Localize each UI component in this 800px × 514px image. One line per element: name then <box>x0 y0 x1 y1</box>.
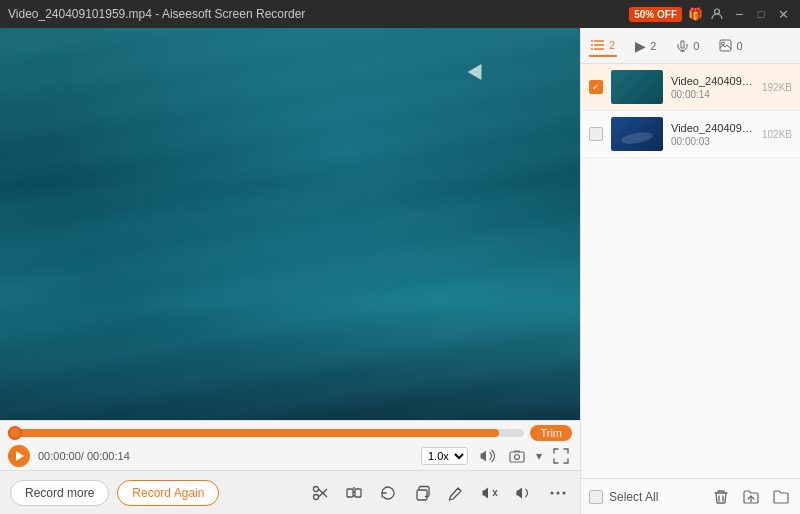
item-meta-2: 00:00:03 <box>671 136 754 147</box>
svg-rect-8 <box>355 489 361 497</box>
image-tab-count: 0 <box>736 40 742 52</box>
audio-tab-count: 0 <box>693 40 699 52</box>
image-tab-icon <box>719 39 732 52</box>
svg-point-3 <box>314 486 319 491</box>
title-bar: Video_240409101959.mp4 - Aiseesoft Scree… <box>0 0 800 28</box>
item-name-1: Video_240409101959.mp4 <box>671 75 754 87</box>
restore-button[interactable]: □ <box>752 5 770 23</box>
user-button[interactable] <box>708 5 726 23</box>
svg-point-4 <box>314 494 319 499</box>
progress-track[interactable] <box>8 429 524 437</box>
bottom-tools <box>308 481 570 505</box>
folder-icon[interactable] <box>770 486 792 508</box>
select-all-label[interactable]: Select All <box>609 490 658 504</box>
title-bar-right: 50% OFF 🎁 − □ ✕ <box>629 5 792 23</box>
app-title: Video_240409101959.mp4 - Aiseesoft Scree… <box>8 7 305 21</box>
svg-rect-24 <box>720 40 731 51</box>
edit-icon[interactable] <box>444 481 468 505</box>
camera-icon[interactable] <box>506 445 528 467</box>
video-player[interactable] <box>0 28 580 420</box>
svg-point-2 <box>515 454 520 459</box>
item-info-2: Video_240409101846.mp4 00:00:03 <box>671 122 754 147</box>
right-panel: 2 ▶ 2 0 <box>580 28 800 514</box>
cursor-indicator <box>468 60 489 80</box>
speed-select[interactable]: 1.0x 0.5x 1.5x 2.0x <box>421 447 468 465</box>
item-checkbox-2[interactable] <box>589 127 603 141</box>
controls-bar: Trim 00:00:00/ 00:00:14 1.0x 0.5x 1.5x 2… <box>0 420 580 470</box>
progress-row: Trim <box>8 425 572 441</box>
list-tab-count: 2 <box>609 39 615 51</box>
panel-actions <box>710 486 792 508</box>
list-item[interactable]: Video_240409101959.mp4 00:00:14 192KB <box>581 64 800 111</box>
volume-icon[interactable] <box>476 445 498 467</box>
more-icon[interactable] <box>546 481 570 505</box>
progress-fill <box>8 429 499 437</box>
record-more-button[interactable]: Record more <box>10 480 109 506</box>
time-display: 00:00:00/ 00:00:14 <box>38 450 130 462</box>
minimize-button[interactable]: − <box>730 5 748 23</box>
svg-point-15 <box>563 491 566 494</box>
close-button[interactable]: ✕ <box>774 5 792 23</box>
svg-point-20 <box>591 44 593 46</box>
camera-dropdown-icon[interactable]: ▾ <box>536 449 542 463</box>
gift-button[interactable]: 🎁 <box>686 5 704 23</box>
title-bar-left: Video_240409101959.mp4 - Aiseesoft Scree… <box>8 7 305 21</box>
panel-tabs: 2 ▶ 2 0 <box>581 28 800 64</box>
item-size-2: 102KB <box>762 129 792 140</box>
svg-rect-1 <box>510 452 524 462</box>
list-item[interactable]: Video_240409101846.mp4 00:00:03 102KB <box>581 111 800 158</box>
item-meta-1: 00:00:14 <box>671 89 754 100</box>
svg-point-19 <box>591 40 593 42</box>
item-thumb-2 <box>611 117 663 151</box>
scissors-icon[interactable] <box>308 481 332 505</box>
svg-rect-7 <box>347 489 353 497</box>
item-info-1: Video_240409101959.mp4 00:00:14 <box>671 75 754 100</box>
tab-list[interactable]: 2 <box>589 35 617 57</box>
bottom-bar: Record more Record Again <box>0 470 580 514</box>
select-all-checkbox[interactable] <box>589 490 603 504</box>
promo-badge[interactable]: 50% OFF <box>629 7 682 22</box>
fullscreen-icon[interactable] <box>550 445 572 467</box>
refresh-icon[interactable] <box>376 481 400 505</box>
svg-point-13 <box>551 491 554 494</box>
record-again-button[interactable]: Record Again <box>117 480 219 506</box>
item-size-1: 192KB <box>762 82 792 93</box>
item-thumb-1 <box>611 70 663 104</box>
panel-list: Video_240409101959.mp4 00:00:14 192KB Vi… <box>581 64 800 478</box>
volume-up-icon[interactable] <box>512 481 536 505</box>
list-tab-icon <box>591 39 605 51</box>
volume-off-icon[interactable] <box>478 481 502 505</box>
playback-row: 00:00:00/ 00:00:14 1.0x 0.5x 1.5x 2.0x <box>8 445 572 467</box>
split-icon[interactable] <box>342 481 366 505</box>
tab-video[interactable]: ▶ 2 <box>633 34 658 58</box>
copy-icon[interactable] <box>410 481 434 505</box>
video-tab-count: 2 <box>650 40 656 52</box>
delete-icon[interactable] <box>710 486 732 508</box>
progress-thumb <box>8 426 22 440</box>
svg-point-0 <box>715 9 720 14</box>
audio-tab-icon <box>676 39 689 52</box>
video-area: Trim 00:00:00/ 00:00:14 1.0x 0.5x 1.5x 2… <box>0 28 580 514</box>
svg-point-14 <box>557 491 560 494</box>
item-name-2: Video_240409101846.mp4 <box>671 122 754 134</box>
main-container: Trim 00:00:00/ 00:00:14 1.0x 0.5x 1.5x 2… <box>0 28 800 514</box>
item-checkbox-1[interactable] <box>589 80 603 94</box>
svg-rect-10 <box>417 490 427 500</box>
trim-button[interactable]: Trim <box>530 425 572 441</box>
open-folder-icon[interactable] <box>740 486 762 508</box>
panel-footer: Select All <box>581 478 800 514</box>
play-button[interactable] <box>8 445 30 467</box>
video-tab-icon: ▶ <box>635 38 646 54</box>
svg-point-21 <box>591 48 593 50</box>
tab-audio[interactable]: 0 <box>674 35 701 56</box>
tab-image[interactable]: 0 <box>717 35 744 56</box>
